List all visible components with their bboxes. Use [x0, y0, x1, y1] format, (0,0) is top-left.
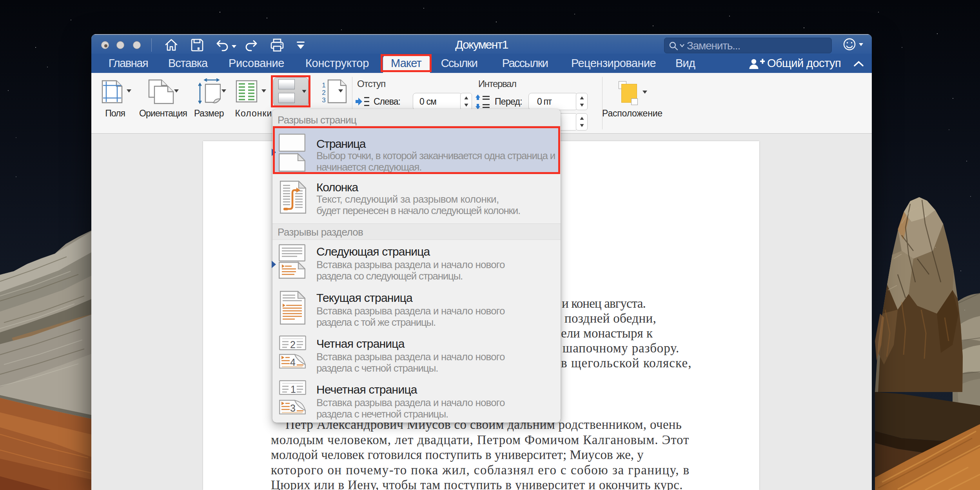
- svg-text:1: 1: [290, 384, 296, 395]
- svg-text:2: 2: [290, 339, 296, 350]
- svg-text:4: 4: [290, 357, 296, 368]
- svg-text:3: 3: [290, 403, 296, 414]
